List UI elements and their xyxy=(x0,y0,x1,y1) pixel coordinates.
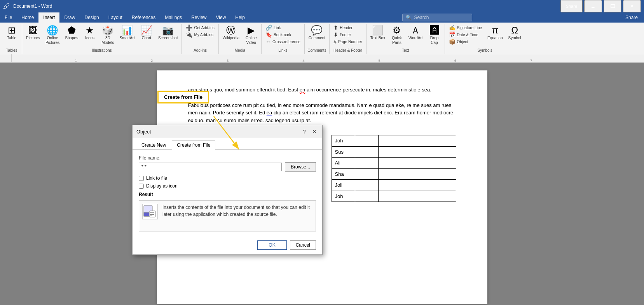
ribbon-group-text-items: ⬜ Text Box ⚙ QuickParts Ａ WordArt 🅰 Drop… xyxy=(368,24,443,47)
close-window-button[interactable]: ✕ xyxy=(623,0,641,12)
ribbon-item-shapes[interactable]: ⬟ Shapes xyxy=(63,24,80,42)
table-cell xyxy=(378,135,456,147)
ribbon-item-chart[interactable]: 📈 Chart xyxy=(138,24,155,42)
equation-icon: π xyxy=(492,26,498,35)
ribbon-group-comments: 💬 Comment Comments xyxy=(305,24,330,54)
tab-mailings[interactable]: Mailings xyxy=(160,12,187,23)
ribbon-group-links: 🔗 Link 🔖 Bookmark ↔ Cross-reference Link… xyxy=(262,24,305,54)
ribbon-item-link[interactable]: 🔗 Link xyxy=(263,24,303,31)
chart-icon: 📈 xyxy=(141,26,152,35)
table-row: Joh xyxy=(332,135,456,147)
ribbon-item-date-time[interactable]: 📅 Date & Time xyxy=(447,31,485,38)
ribbon-item-pictures[interactable]: 🖼 Pictures xyxy=(24,24,42,42)
ok-button[interactable]: OK xyxy=(257,240,286,250)
ribbon-item-object[interactable]: 📦 Object xyxy=(447,38,485,45)
result-icon xyxy=(142,204,158,219)
ribbon-group-addins: ➕ Get Add-ins 🔌 My Add-ins Add-ins xyxy=(182,24,218,54)
ribbon-item-textbox[interactable]: ⬜ Text Box xyxy=(368,24,387,42)
my-addins-icon: 🔌 xyxy=(186,32,192,38)
ribbon-item-comment[interactable]: 💬 Comment xyxy=(306,24,328,42)
ribbon-item-header[interactable]: ⬆ Header xyxy=(331,24,365,31)
ribbon-addins-col: ➕ Get Add-ins 🔌 My Add-ins xyxy=(183,24,216,38)
tab-home[interactable]: Home xyxy=(17,12,38,23)
ribbon-item-wikipedia[interactable]: Ⓦ Wikipedia xyxy=(220,24,242,42)
comment-icon: 💬 xyxy=(311,26,323,35)
dialog-help-button[interactable]: ? xyxy=(300,128,308,135)
ribbon-item-my-addins[interactable]: 🔌 My Add-ins xyxy=(183,31,216,38)
ribbon-item-table[interactable]: ⊞ Table xyxy=(3,24,20,42)
ribbon-item-screenshot[interactable]: 📷 Screenshot xyxy=(156,24,180,42)
spelled-word-en: en xyxy=(300,87,305,93)
tab-file[interactable]: File xyxy=(0,12,17,23)
cancel-button[interactable]: Cancel xyxy=(290,240,316,250)
doc-table-area: Joh Sus Ali xyxy=(332,132,456,202)
textbox-icon: ⬜ xyxy=(372,26,384,35)
result-section: Result xyxy=(139,192,316,231)
minimize-button[interactable]: 🗕 xyxy=(584,0,602,12)
dialog-tab-create-new[interactable]: Create New xyxy=(136,140,171,149)
ruler-corner xyxy=(0,54,12,63)
search-box[interactable]: 🔍 xyxy=(402,14,472,21)
ribbon-item-smartart[interactable]: 📊 SmartArt xyxy=(117,24,137,42)
ribbon-item-page-number[interactable]: # Page Number xyxy=(331,38,365,45)
addins-group-label: Add-ins xyxy=(183,47,216,54)
footer-icon: ⬇ xyxy=(333,32,338,38)
table-row: Ali xyxy=(332,158,456,169)
ribbon-item-get-addins[interactable]: ➕ Get Add-ins xyxy=(183,24,216,31)
ribbon-item-icons[interactable]: ★ Icons xyxy=(81,24,98,42)
ribbon-item-quick-parts[interactable]: ⚙ QuickParts xyxy=(388,24,405,47)
ribbon-item-signature-line[interactable]: ✍ Signature Line xyxy=(447,24,485,31)
result-icon-svg xyxy=(143,205,157,219)
tab-help[interactable]: Help xyxy=(230,12,250,23)
tab-design[interactable]: Design xyxy=(80,12,103,23)
document-title: Document1 - Word xyxy=(13,4,52,9)
display-as-icon-checkbox[interactable] xyxy=(139,184,144,189)
ribbon-item-online-pictures[interactable]: 🌐 OnlinePictures xyxy=(43,24,62,47)
table-row: Sha xyxy=(332,168,456,180)
share-ribbon-icon: Share xyxy=(625,15,638,20)
maximize-button[interactable]: 🗖 xyxy=(604,0,621,12)
tab-review[interactable]: Review xyxy=(187,12,211,23)
table-row: Joli xyxy=(332,180,456,191)
share-button[interactable]: Share xyxy=(560,0,583,12)
table-cell: Sus xyxy=(332,146,355,158)
tab-references[interactable]: References xyxy=(127,12,160,23)
ribbon-item-wordart[interactable]: Ａ WordArt xyxy=(406,24,425,42)
ribbon-item-cross-reference[interactable]: ↔ Cross-reference xyxy=(263,38,303,45)
doc-area: accustoms quo, mod summon effendi it tie… xyxy=(0,63,644,305)
date-time-icon: 📅 xyxy=(449,32,456,38)
ribbon-item-online-video[interactable]: ▶ OnlineVideo xyxy=(243,24,260,47)
ribbon-item-symbol[interactable]: Ω Symbol xyxy=(506,24,524,42)
tab-layout[interactable]: Layout xyxy=(104,12,127,23)
file-name-input[interactable] xyxy=(139,163,282,171)
ribbon-group-illustrations: 🖼 Pictures 🌐 OnlinePictures ⬟ Shapes ★ I… xyxy=(22,24,182,54)
browse-button[interactable]: Browse... xyxy=(285,162,316,172)
ribbon-group-comments-items: 💬 Comment xyxy=(306,24,328,47)
tab-insert[interactable]: Insert xyxy=(38,12,59,23)
link-to-file-checkbox[interactable] xyxy=(139,176,144,181)
ribbon-item-equation[interactable]: π Equation xyxy=(485,24,505,42)
ribbon-item-footer[interactable]: ⬇ Footer xyxy=(331,31,365,38)
table-cell xyxy=(378,191,456,202)
ribbon-right-btns: Share xyxy=(625,15,644,20)
dialog-close-button[interactable]: ✕ xyxy=(311,128,318,135)
ribbon-group-addins-items: ➕ Get Add-ins 🔌 My Add-ins xyxy=(183,24,216,47)
table-cell: Joh xyxy=(332,191,355,202)
online-video-icon: ▶ xyxy=(248,26,255,35)
svg-rect-7 xyxy=(150,216,152,216)
dialog-body: File name: Browse... Link to file Displa… xyxy=(133,150,322,237)
ribbon-item-bookmark[interactable]: 🔖 Bookmark xyxy=(263,31,303,38)
symbol-icon: Ω xyxy=(511,26,518,35)
dialog-titlebar: Object ? ✕ xyxy=(133,125,322,138)
title-bar: 🖊 Document1 - Word Share 🗕 🗖 ✕ xyxy=(0,0,644,12)
table-cell xyxy=(378,158,456,169)
ribbon-item-3d-models[interactable]: 🎲 3DModels xyxy=(99,24,116,47)
signature-line-icon: ✍ xyxy=(449,25,456,31)
tab-draw[interactable]: Draw xyxy=(59,12,80,23)
doc-table: Joh Sus Ali xyxy=(332,135,456,202)
search-input[interactable] xyxy=(414,15,469,20)
dialog-tab-create-from-file[interactable]: Create from File xyxy=(172,140,215,150)
tab-view[interactable]: View xyxy=(211,12,231,23)
options-section: Link to file Display as icon xyxy=(139,175,316,189)
ribbon-item-drop-cap[interactable]: 🅰 DropCap xyxy=(426,24,443,47)
